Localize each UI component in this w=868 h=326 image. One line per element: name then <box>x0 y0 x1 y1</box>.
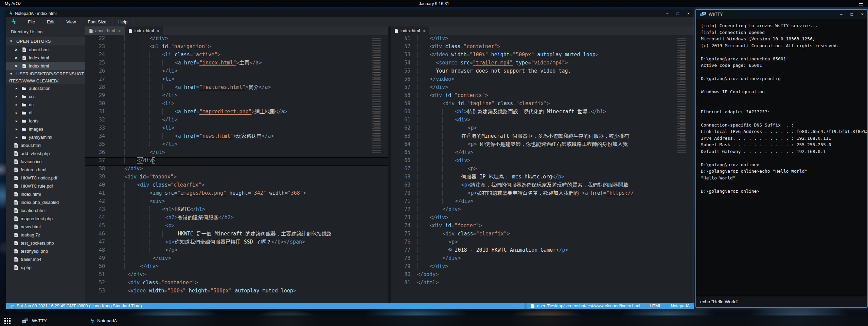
tree-file-item[interactable]: features.html <box>6 166 85 174</box>
code-line[interactable]: 79 </div> <box>391 263 694 271</box>
code-line[interactable]: 29 </li> <box>85 92 388 100</box>
open-editor-item[interactable]: ×index.html <box>6 54 85 62</box>
code-line[interactable]: 77 © 2018 - 2019 HKWTC Animation Gamer</… <box>391 247 694 255</box>
code-line[interactable]: 44 <h2>香港的建築伺服器</h2> <box>85 214 388 223</box>
code-line[interactable]: 27 <li> <box>85 76 388 84</box>
code-line[interactable]: 78 </div> <box>391 255 694 263</box>
tree-file-item[interactable]: teabag.7z <box>6 231 85 239</box>
tree-folder-dl[interactable]: ▸dl <box>6 109 85 117</box>
tree-file-item[interactable]: HKWTC rule.pdf <box>6 182 85 190</box>
code-line[interactable]: 30 <li> <box>85 100 388 109</box>
code-line[interactable]: 28 <a href="features.html">簡介</a> <box>85 84 388 92</box>
taskbar-item-wstty[interactable]: WsTTY <box>22 318 47 324</box>
code-line[interactable]: 74 <div id="footer"> <box>391 223 694 231</box>
code-line[interactable]: 37 </div> <box>85 157 388 166</box>
wstty-titlebar[interactable]: WsTTY − □ × <box>696 10 867 19</box>
code-line[interactable]: 46 HKWTC 是一個 Minecraft 的建築伺服器，主要建築計劃包括鐵路 <box>85 231 388 239</box>
minimize-icon[interactable]: − <box>840 12 843 16</box>
code-line[interactable]: 64 <p> 即使你不是建築師，你也能透過紅石師或鐵路工程師的身份加入我 <box>391 141 694 149</box>
tree-file-item[interactable]: news.html <box>6 223 85 231</box>
open-editor-item[interactable]: ×about.html <box>6 45 85 54</box>
tree-file-item[interactable]: testmysql.php <box>6 247 85 255</box>
tree-folder-yamiyamimi[interactable]: ▸yamiyamimi <box>6 133 85 141</box>
code-line[interactable]: 54 <source src="trailer.mp4" type="video… <box>391 60 694 68</box>
code-line[interactable]: 58 <div id="contents"> <box>391 92 694 100</box>
code-line[interactable]: 62 <p> <box>391 125 694 133</box>
terminal-input[interactable]: echo "Hello World" <box>696 296 867 307</box>
start-menu-icon[interactable] <box>4 318 11 324</box>
status-language[interactable]: HTML <box>650 304 661 308</box>
code-line[interactable]: 51 </div> <box>391 35 694 43</box>
menu-font-size[interactable]: Font Size <box>82 17 112 26</box>
code-line[interactable]: 57 </div> <box>391 84 694 92</box>
code-line[interactable]: 71 </div> <box>391 198 694 206</box>
tab-index-html[interactable]: index.html × <box>391 26 429 35</box>
menu-edit[interactable]: Edit <box>41 17 60 26</box>
code-line[interactable]: 61 <div> <box>391 117 694 125</box>
code-line[interactable]: 67 <p> <box>391 166 694 174</box>
close-icon[interactable]: × <box>15 55 20 60</box>
status-file-path[interactable]: user:/Desktop/screenshot/test/www cleane… <box>537 304 640 308</box>
tree-file-item[interactable]: favicon.ico <box>6 157 85 166</box>
close-icon[interactable]: × <box>157 29 159 33</box>
menu-file[interactable]: File <box>22 17 41 26</box>
code-line[interactable]: 32 </li> <box>85 117 388 125</box>
tree-folder-css[interactable]: ▸css <box>6 92 85 100</box>
tree-folder-images[interactable]: ▸images <box>6 125 85 133</box>
close-icon[interactable]: × <box>15 47 20 52</box>
tree-file-item[interactable]: trailer.mp4 <box>6 255 85 263</box>
code-line[interactable]: 60 <h1>特別為建築及鐵路而設，現代化的 Minecraft 世界.</h1… <box>391 109 694 117</box>
code-line[interactable]: 23 <ul id="navigation"> <box>85 43 388 52</box>
code-editor[interactable]: 22 </div>23 <ul id="navigation">24 <li c… <box>85 35 388 303</box>
code-line[interactable]: 69 <p>請注意，我們的伺服器為確保玩家及遊玩時的質素，我們對的服器開啟 <box>391 182 694 190</box>
maximize-icon[interactable]: □ <box>677 12 679 16</box>
tree-file-item[interactable]: mapredirect.php <box>6 214 85 223</box>
code-line[interactable]: 47 <b>你知道我們全線伺服器已轉用 SSD 了嗎？</b></span> <box>85 239 388 247</box>
tree-file-item[interactable]: test_sockets.php <box>6 239 85 247</box>
tree-file-item[interactable]: index.html <box>6 190 85 198</box>
close-icon[interactable]: × <box>118 29 120 33</box>
tree-file-item[interactable]: about.html <box>6 141 85 149</box>
code-line[interactable]: 38 </div> <box>85 166 388 174</box>
code-line[interactable]: 45 <p> <box>85 223 388 231</box>
taskbar-item-notepada[interactable]: ϟ NotepadA <box>91 318 117 324</box>
notepada-logo-icon[interactable]: ϟ <box>6 17 22 26</box>
code-line[interactable]: 75 <div class="clearfix"> <box>391 231 694 239</box>
menu-view[interactable]: View <box>60 17 82 26</box>
close-icon[interactable]: × <box>687 12 690 16</box>
sidebar-section-open-editors[interactable]: ▾OPEN EDITORS <box>6 37 85 45</box>
sidebar-section-root[interactable]: ▾USER:/DESKTOP/SCREENSHOT <box>6 70 85 77</box>
code-line[interactable]: 35 </li> <box>85 141 388 149</box>
sidebar-section-root-line2[interactable]: /TEST/WWW CLEANED/ <box>6 77 85 84</box>
code-line[interactable]: 56 </video> <box>391 76 694 84</box>
pane-splitter[interactable] <box>388 26 391 303</box>
code-line[interactable]: 59 <div id="tagline" class="clearfix"> <box>391 100 694 109</box>
close-icon[interactable]: × <box>423 29 425 33</box>
code-line[interactable]: 41 <img src="images/box.png" height="342… <box>85 190 388 198</box>
tree-file-item[interactable]: index.php_disabled <box>6 198 85 206</box>
tree-file-item[interactable]: x.php <box>6 263 85 271</box>
code-line[interactable]: 63 在香港的Minecraft 伺服器中，多為小遊戲和純生存的伺服器，較少擁有 <box>391 133 694 141</box>
close-icon[interactable]: × <box>861 12 864 16</box>
code-line[interactable]: 49 </div> <box>85 255 388 263</box>
code-line[interactable]: 53 <video width="100%" height="500px" au… <box>391 52 694 60</box>
tree-file-item[interactable]: add_vhost.php <box>6 149 85 157</box>
notepada-titlebar[interactable]: ϟ NotepadA - index.html − □ × <box>6 10 694 17</box>
code-line[interactable]: 42 <div> <box>85 198 388 206</box>
code-line[interactable]: 50 </div> <box>85 263 388 271</box>
hamburger-menu-icon[interactable]: ☰ <box>859 1 863 6</box>
menu-help[interactable]: Help <box>112 17 134 26</box>
code-line[interactable]: 72 </div> <box>391 206 694 214</box>
code-line[interactable]: 52 <div class="container"> <box>391 43 694 52</box>
code-line[interactable]: 52 <div class="container"> <box>85 280 388 288</box>
code-line[interactable]: 70 <p>如有問題或需要申請白名單，歡迎加入我們的 <a href="http… <box>391 190 694 198</box>
code-line[interactable]: 40 <div class="clearfix"> <box>85 182 388 190</box>
code-line[interactable]: 22 </div> <box>85 35 388 43</box>
tree-file-item[interactable]: location.html <box>6 206 85 214</box>
code-line[interactable]: 25 <a href="index.html">主頁</a> <box>85 60 388 68</box>
code-line[interactable]: 31 <a href="mapredirect.php">網上地圖</a> <box>85 109 388 117</box>
tab-index-html[interactable]: index.html × <box>125 26 163 35</box>
status-app-name[interactable]: NotepadA <box>671 304 690 308</box>
minimap[interactable] <box>677 37 690 154</box>
code-line[interactable]: 81</html> <box>391 280 694 288</box>
